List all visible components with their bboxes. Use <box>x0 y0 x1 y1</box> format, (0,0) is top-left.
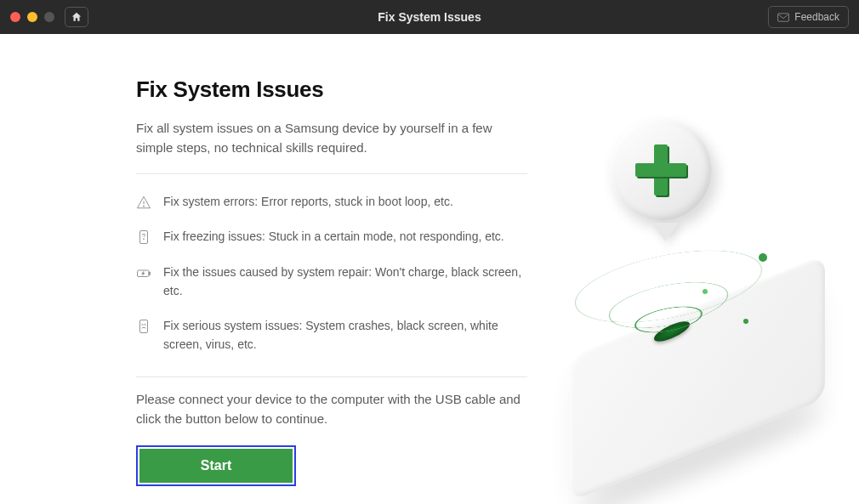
svg-rect-0 <box>778 13 789 20</box>
feedback-button[interactable]: Feedback <box>768 6 849 28</box>
connect-instruction: Please connect your device to the comput… <box>136 389 527 429</box>
window-title: Fix System Issues <box>378 10 481 24</box>
hero-illustration <box>510 110 833 484</box>
maximize-window-button[interactable] <box>44 12 54 22</box>
home-button[interactable] <box>65 7 88 27</box>
feature-text: Fix system errors: Error reports, stuck … <box>163 193 453 212</box>
particle-dot <box>703 289 708 294</box>
warning-triangle-icon <box>136 195 151 210</box>
svg-point-4 <box>144 239 145 240</box>
feature-text: Fix freezing issues: Stuck in a certain … <box>163 228 504 246</box>
feedback-label: Feedback <box>794 11 839 23</box>
minimize-window-button[interactable] <box>27 12 37 22</box>
intro-text: Fix all system issues on a Samsung devic… <box>136 118 527 158</box>
feature-text: Fix serious system issues: System crashe… <box>163 317 527 354</box>
mail-icon <box>777 13 789 22</box>
feature-item: Fix serious system issues: System crashe… <box>136 309 527 362</box>
feature-item: Fix system errors: Error reports, stuck … <box>136 184 527 220</box>
start-button[interactable]: Start <box>139 449 293 483</box>
feature-list: Fix system errors: Error reports, stuck … <box>136 184 527 363</box>
battery-icon <box>136 265 151 280</box>
start-button-highlight: Start <box>136 445 296 486</box>
map-pin <box>610 119 720 229</box>
particle-dot <box>743 319 748 324</box>
plus-icon <box>635 144 686 195</box>
page-heading: Fix System Issues <box>136 76 527 103</box>
main-content: Fix System Issues Fix all system issues … <box>0 34 859 504</box>
feature-item: Fix freezing issues: Stuck in a certain … <box>136 219 527 255</box>
divider <box>136 377 527 377</box>
left-column: Fix System Issues Fix all system issues … <box>136 76 527 504</box>
pin-circle <box>610 119 712 221</box>
right-column <box>527 76 808 504</box>
phone-question-icon <box>136 229 151 245</box>
svg-point-2 <box>143 205 144 206</box>
titlebar: Fix System Issues Feedback <box>0 0 859 34</box>
particle-dot <box>759 253 767 262</box>
feature-item: Fix the issues caused by system repair: … <box>136 255 527 309</box>
pin-tail <box>651 223 679 241</box>
home-icon <box>71 11 82 23</box>
dead-phone-icon <box>136 319 151 334</box>
feature-text: Fix the issues caused by system repair: … <box>163 263 527 300</box>
svg-rect-6 <box>149 272 151 275</box>
window-controls <box>10 12 54 22</box>
close-window-button[interactable] <box>10 12 20 22</box>
svg-rect-7 <box>140 320 148 333</box>
divider <box>136 173 527 174</box>
